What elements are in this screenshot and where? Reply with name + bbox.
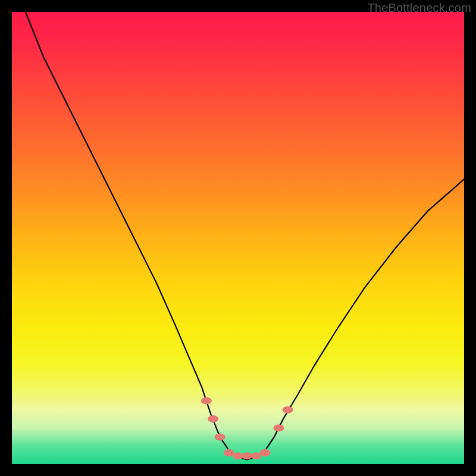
chart-frame: TheBottleneck.com bbox=[0, 0, 476, 476]
curve-marker bbox=[260, 449, 271, 456]
curve-layer bbox=[12, 12, 464, 464]
curve-marker bbox=[215, 433, 226, 440]
curve-marker bbox=[208, 415, 218, 422]
bottleneck-curve bbox=[26, 12, 464, 459]
curve-marker bbox=[283, 406, 293, 414]
watermark-text: TheBottleneck.com bbox=[367, 1, 471, 15]
curve-marker bbox=[224, 449, 234, 456]
marker-group bbox=[201, 397, 293, 460]
curve-marker bbox=[273, 424, 284, 431]
curve-marker bbox=[201, 397, 212, 405]
curve-marker bbox=[250, 452, 261, 459]
gradient-plot-area bbox=[12, 12, 464, 464]
